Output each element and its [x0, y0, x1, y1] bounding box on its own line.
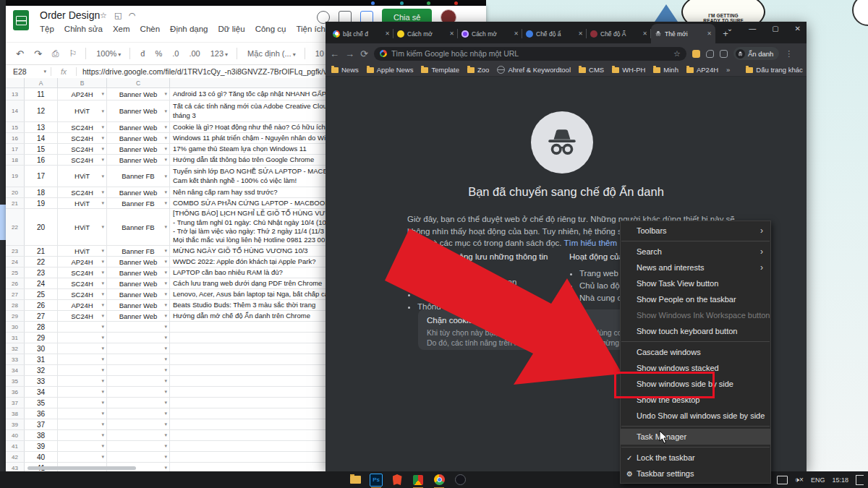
decrease-decimal-button[interactable]: .0	[172, 49, 179, 58]
row-number[interactable]: 19	[6, 166, 25, 187]
extension-icon[interactable]	[692, 50, 700, 58]
dropdown-icon[interactable]: ▾	[101, 157, 104, 163]
cell-c[interactable]: ▾	[107, 376, 170, 386]
cell-c[interactable]: ▾	[107, 387, 170, 397]
row-number[interactable]: 14	[6, 100, 25, 121]
menu-du-lieu[interactable]: Dữ liệu	[218, 25, 245, 33]
row-number[interactable]: 22	[6, 209, 25, 245]
cell-c[interactable]: Banner Web▾	[107, 267, 170, 278]
menu-item-show-touch-keyboard-button[interactable]: Show touch keyboard button	[621, 323, 770, 339]
cell-c[interactable]: ▾	[107, 441, 170, 451]
cell-a[interactable]: 39	[25, 441, 58, 451]
menu-item-show-task-view-button[interactable]: Show Task View button	[621, 275, 770, 291]
cell-c[interactable]: Banner FB▾	[107, 198, 170, 208]
dropdown-icon[interactable]: ▾	[164, 443, 167, 449]
bookmark-item[interactable]: Apple News	[367, 66, 414, 74]
dropdown-icon[interactable]: ▾	[164, 411, 167, 416]
dropdown-icon[interactable]: ▾	[164, 135, 167, 141]
cell-a[interactable]: 26	[25, 300, 58, 310]
browser-tab[interactable]: Chế độ Ẩ✕	[587, 24, 651, 43]
browser-tab[interactable]: Chế độ ẩ✕	[522, 24, 587, 43]
column-header-a[interactable]: A	[25, 78, 58, 87]
menu-chinh-sua[interactable]: Chỉnh sửa	[64, 25, 103, 33]
menu-item-cascade-windows[interactable]: Cascade windows	[621, 344, 770, 360]
column-header-c[interactable]: C	[107, 78, 170, 87]
cell-b[interactable]: ▾	[58, 354, 107, 364]
menu-xem[interactable]: Xem	[113, 25, 130, 33]
cell-b[interactable]: ▾	[58, 322, 107, 332]
dropdown-icon[interactable]: ▾	[101, 356, 104, 362]
cell-b[interactable]: AP24H▾	[58, 300, 107, 310]
dropdown-icon[interactable]: ▾	[101, 432, 104, 438]
cell-b[interactable]: ▾	[58, 333, 107, 343]
browser-tab[interactable]: Cách mở✕	[393, 24, 458, 43]
taskbar-app-file-explorer[interactable]	[349, 474, 362, 487]
row-number[interactable]: 26	[6, 278, 25, 288]
taskbar-app-brave[interactable]	[391, 474, 404, 487]
learn-more-link[interactable]: Tìm hiểu thêm	[564, 239, 618, 247]
dropdown-icon[interactable]: ▾	[101, 454, 104, 460]
cell-c[interactable]: Banner Web▾	[107, 311, 170, 321]
dropdown-icon[interactable]: ▾	[164, 346, 167, 351]
cell-b[interactable]: SC24H▾	[58, 311, 107, 321]
dropdown-icon[interactable]: ▾	[164, 124, 167, 130]
cell-c[interactable]: ▾	[107, 322, 170, 332]
cell-b[interactable]: HViT▾	[58, 246, 107, 256]
bookmarks-overflow-icon[interactable]: »	[726, 66, 730, 74]
menu-chen[interactable]: Chèn	[140, 25, 161, 33]
cell-c[interactable]: ▾	[107, 452, 170, 462]
row-number[interactable]: 31	[6, 333, 25, 343]
cell-a[interactable]: 30	[25, 343, 58, 354]
dropdown-icon[interactable]: ▾	[164, 335, 167, 341]
cell-a[interactable]: 21	[25, 246, 58, 256]
cell-a[interactable]: 23	[25, 267, 58, 278]
cell-a[interactable]: 14	[25, 133, 58, 143]
font-select[interactable]: Mặc định (...▾	[247, 49, 296, 58]
dropdown-icon[interactable]: ▾	[164, 302, 167, 308]
row-number[interactable]: 33	[6, 354, 25, 364]
row-number[interactable]: 24	[6, 257, 25, 267]
menu-item-lock-the-taskbar[interactable]: ✓Lock the taskbar	[621, 450, 770, 466]
row-number[interactable]: 27	[6, 289, 25, 299]
cell-a[interactable]: 17	[25, 166, 58, 187]
row-number[interactable]: 15	[6, 122, 25, 132]
print-icon[interactable]: ⎙	[52, 48, 59, 59]
tab-close-icon[interactable]: ✕	[707, 30, 712, 37]
name-box[interactable]: E28▾	[6, 67, 51, 76]
cell-c[interactable]: Banner Web▾	[107, 100, 170, 121]
dropdown-icon[interactable]: ▾	[101, 367, 104, 373]
dropdown-icon[interactable]: ▾	[164, 248, 167, 254]
cell-a[interactable]: 36	[25, 408, 58, 419]
dropdown-icon[interactable]: ▾	[164, 367, 167, 373]
cell-b[interactable]: HViT▾	[58, 166, 107, 187]
dropdown-icon[interactable]: ▾	[101, 346, 104, 351]
row-number[interactable]: 13	[6, 88, 25, 100]
dropdown-icon[interactable]: ▾	[101, 400, 104, 406]
dropdown-icon[interactable]: ▾	[164, 378, 167, 384]
cell-b[interactable]: ▾	[58, 452, 107, 462]
reload-icon[interactable]: ⟳	[360, 48, 368, 59]
cell-a[interactable]: 37	[25, 419, 58, 429]
bookmark-item[interactable]: Ahref & Keywordtool	[497, 66, 571, 74]
tab-close-icon[interactable]: ✕	[385, 30, 390, 37]
row-number[interactable]: 34	[6, 365, 25, 375]
dropdown-icon[interactable]: ▾	[101, 389, 104, 395]
dropdown-icon[interactable]: ▾	[101, 124, 104, 130]
cell-b[interactable]: AP24H▾	[58, 88, 107, 100]
menu-item-toolbars[interactable]: Toolbars›	[621, 223, 770, 239]
cell-b[interactable]: ▾	[58, 387, 107, 397]
paint-format-icon[interactable]: ⚐	[69, 48, 77, 59]
row-number[interactable]: 17	[6, 144, 25, 154]
address-bar[interactable]: Tìm kiếm Google hoặc nhập một URL ☆	[374, 47, 686, 61]
minimize-button[interactable]: —	[749, 25, 756, 33]
formula-input[interactable]: https://drive.google.com/file/d/1TRV1cQy…	[82, 67, 359, 76]
dropdown-icon[interactable]: ▾	[164, 91, 167, 97]
dropdown-icon[interactable]: ▾	[164, 432, 167, 438]
cell-b[interactable]: ▾	[58, 419, 107, 429]
increase-decimal-button[interactable]: .00	[189, 49, 200, 58]
dropdown-icon[interactable]: ▾	[164, 465, 167, 471]
cell-a[interactable]: 32	[25, 365, 58, 375]
incognito-profile-badge[interactable]: Ẩn danh	[733, 47, 779, 60]
taskbar-app-chrome[interactable]	[433, 474, 446, 487]
cell-b[interactable]: ▾	[58, 441, 107, 451]
